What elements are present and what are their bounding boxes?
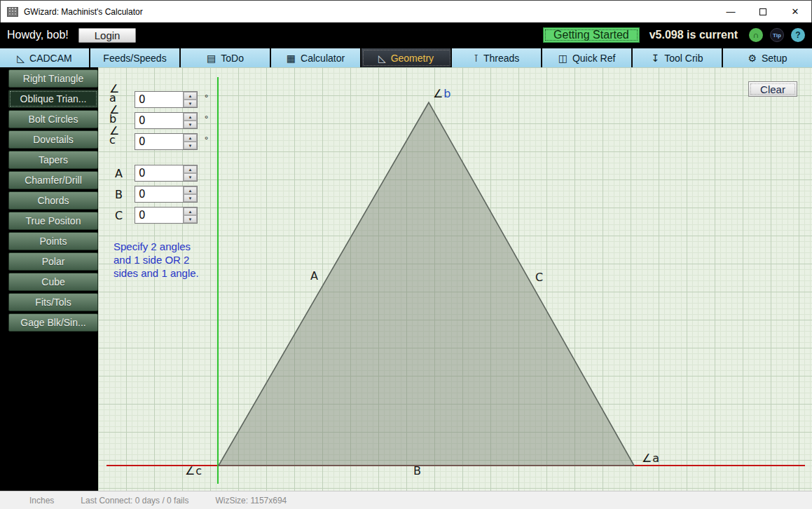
close-button[interactable]: ✕ [779, 1, 811, 22]
tab-threads[interactable]: ⊺Threads [452, 48, 542, 67]
side-b-spinner-down[interactable]: ▼ [184, 194, 197, 202]
last-connect-status: Last Connect: 0 days / 0 fails [81, 496, 188, 505]
sidebar-item-fits-tols[interactable]: Fits/Tols [8, 293, 98, 311]
angle-a-spinner-down[interactable]: ▼ [184, 100, 197, 107]
sidebar-item-right-triangle[interactable]: Right Triangle [8, 69, 98, 88]
tab-geometry[interactable]: ◺Geometry [362, 48, 452, 67]
angle-a-label: ∠a [109, 84, 120, 102]
sidebar-item-gage-blk-sin[interactable]: Gage Blk/Sin... [8, 313, 98, 332]
angle-a-field-wrap: ▲▼ [135, 91, 198, 108]
angle-icon: ∠ [109, 103, 119, 116]
tab-tool-crib[interactable]: ↧Tool Crib [633, 48, 723, 67]
tab-label: Quick Ref [572, 53, 615, 64]
minimize-button[interactable]: — [715, 1, 747, 22]
units-indicator: Inches [29, 496, 54, 505]
side-c-spinner-up[interactable]: ▲ [184, 208, 197, 215]
side-c-spinner: ▲▼ [183, 208, 197, 223]
tab-bar: ◺CADCAMFeeds/Speeds▤ToDo▦Calculator◺Geom… [0, 48, 812, 67]
window-title: GWizard: Machinist's Calculator [24, 7, 143, 17]
angle-b-unit: ° [205, 114, 208, 124]
angle-b-spinner-up[interactable]: ▲ [184, 113, 197, 121]
tab-label: Calculator [301, 53, 345, 64]
side-c-input[interactable] [135, 208, 183, 223]
angle-c-input[interactable] [135, 134, 183, 149]
title-bar: GWizard: Machinist's Calculator — ✕ [0, 0, 812, 22]
tab-calculator[interactable]: ▦Calculator [271, 48, 362, 67]
instruction-text: Specify 2 angles and 1 side OR 2 sides a… [113, 240, 201, 280]
angle-c-spinner: ▲▼ [183, 134, 197, 149]
set-square-icon: ◺ [17, 53, 25, 63]
angle-icon: ∠ [433, 87, 443, 100]
sidebar-item-chamfer-drill[interactable]: Chamfer/Drill [8, 171, 98, 189]
angle-b-spinner: ▲▼ [183, 113, 197, 128]
maximize-button[interactable] [747, 1, 779, 22]
sidebar-item-dovetails[interactable]: Dovetails [8, 130, 98, 149]
side-b-input[interactable] [135, 186, 183, 202]
side-b-label: B [115, 188, 123, 201]
side-c-label: C [535, 271, 543, 284]
clear-button[interactable]: Clear [748, 81, 797, 97]
tab-quick-ref[interactable]: ◫Quick Ref [542, 48, 633, 67]
tab-label: Geometry [391, 53, 434, 64]
support-headset-icon[interactable]: ∩ [749, 28, 763, 42]
angle-icon: ∠ [109, 82, 119, 95]
vertex-b-label: ∠b [433, 87, 451, 100]
calculator-icon: ▦ [287, 53, 296, 63]
side-c-field-wrap: ▲▼ [135, 207, 198, 224]
side-b-field-wrap: ▲▼ [135, 186, 198, 203]
sidebar-item-tapers[interactable]: Tapers [8, 151, 98, 169]
sidebar-item-points[interactable]: Points [8, 232, 98, 250]
sidebar-item-chords[interactable]: Chords [8, 191, 98, 210]
angle-c-spinner-up[interactable]: ▲ [184, 134, 197, 142]
vertex-a-label: ∠a [642, 452, 659, 465]
sidebar: Right TriangleOblique Trian...Bolt Circl… [0, 67, 98, 491]
help-icon[interactable]: ? [791, 28, 805, 42]
app-icon [7, 7, 18, 17]
geometry-canvas: ∠b ∠a ∠c A C B ∠a▲▼°∠b▲▼°∠c▲▼°A▲▼B▲▼C▲▼ … [98, 67, 812, 491]
angle-a-spinner-up[interactable]: ▲ [184, 92, 197, 100]
sidebar-item-cube[interactable]: Cube [8, 273, 98, 291]
side-a-input[interactable] [135, 165, 183, 181]
vertex-c-label: ∠c [185, 464, 202, 477]
tab-feeds-speeds[interactable]: Feeds/Speeds [90, 48, 181, 67]
angle-b-spinner-down[interactable]: ▼ [184, 121, 197, 128]
app-header: Howdy, bob! Login Getting Started v5.098… [0, 22, 812, 48]
tab-label: Setup [762, 53, 787, 64]
side-a-field-wrap: ▲▼ [135, 165, 198, 182]
sidebar-item-bolt-circles[interactable]: Bolt Circles [8, 110, 98, 128]
book-icon: ◫ [558, 53, 567, 63]
side-b-spinner-up[interactable]: ▲ [184, 186, 197, 194]
side-a-spinner-down[interactable]: ▼ [184, 173, 197, 181]
side-a-label: A [310, 269, 318, 283]
angle-icon: ∠ [109, 124, 119, 137]
tab-todo[interactable]: ▤ToDo [181, 48, 271, 67]
side-a-spinner-up[interactable]: ▲ [184, 165, 197, 173]
sidebar-item-true-positon[interactable]: True Positon [8, 212, 98, 230]
tab-cadcam[interactable]: ◺CADCAM [0, 48, 90, 67]
geometry-triangle-icon: ◺ [378, 53, 386, 63]
angle-a-spinner: ▲▼ [183, 92, 197, 107]
angle-b-field-wrap: ▲▼ [135, 112, 198, 129]
side-c-spinner-down[interactable]: ▼ [184, 215, 197, 223]
angle-icon: ∠ [185, 464, 195, 477]
tip-icon[interactable]: Tip [770, 28, 784, 42]
drill-bit-icon: ↧ [652, 53, 660, 63]
todo-list-icon: ▤ [207, 53, 216, 63]
getting-started-button[interactable]: Getting Started [543, 27, 640, 43]
side-c-label: C [115, 209, 123, 222]
angle-a-unit: ° [205, 93, 208, 103]
side-b-label: B [413, 464, 421, 477]
angle-a-input[interactable] [135, 92, 183, 107]
angle-c-field-wrap: ▲▼ [135, 133, 198, 150]
tab-label: Feeds/Speeds [103, 53, 166, 64]
sidebar-item-oblique-trian[interactable]: Oblique Trian... [8, 90, 98, 108]
login-button[interactable]: Login [78, 28, 137, 43]
sidebar-item-polar[interactable]: Polar [8, 252, 98, 271]
maximize-icon [759, 8, 766, 15]
angle-b-input[interactable] [135, 113, 183, 128]
side-a-label: A [115, 167, 123, 180]
tab-label: Threads [483, 53, 519, 64]
tab-setup[interactable]: ⚙Setup [723, 48, 812, 67]
angle-c-spinner-down[interactable]: ▼ [184, 142, 197, 149]
angle-c-label: ∠c [109, 126, 120, 144]
